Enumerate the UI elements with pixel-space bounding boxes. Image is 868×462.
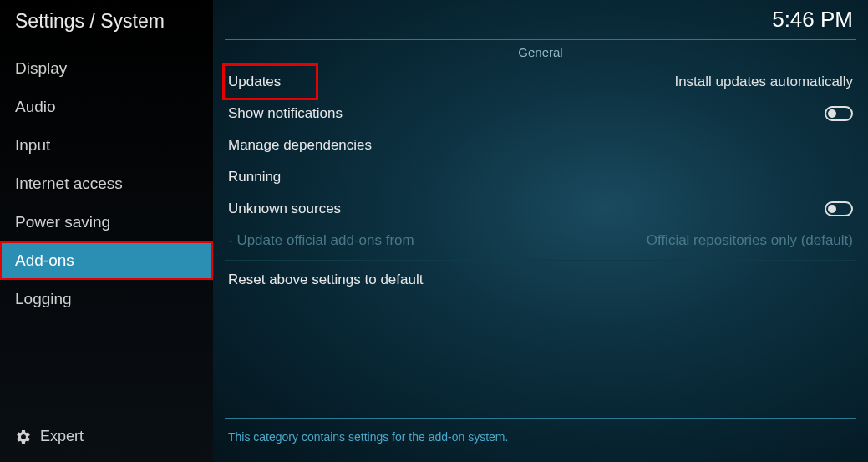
main-panel: 5:46 PM General Updates Install updates … xyxy=(213,0,868,462)
section-header: General xyxy=(225,42,856,66)
sidebar-item-input[interactable]: Input xyxy=(0,126,213,165)
setting-updates[interactable]: Updates Install updates automatically xyxy=(225,66,856,98)
setting-label: Unknown sources xyxy=(228,201,341,217)
header: 5:46 PM xyxy=(213,0,868,33)
clock: 5:46 PM xyxy=(772,7,853,33)
setting-label: Updates xyxy=(228,74,281,90)
setting-manage-dependencies[interactable]: Manage dependencies xyxy=(225,129,856,161)
sidebar-item-internet-access[interactable]: Internet access xyxy=(0,165,213,203)
section-rule xyxy=(225,39,856,40)
setting-value: Install updates automatically xyxy=(674,74,853,90)
page-title: Settings / System xyxy=(0,0,213,49)
gear-icon xyxy=(15,429,32,445)
setting-label: Manage dependencies xyxy=(228,137,372,154)
sidebar-item-addons[interactable]: Add-ons xyxy=(0,241,213,280)
toggle-off[interactable] xyxy=(825,106,853,121)
category-description: This category contains settings for the … xyxy=(225,419,856,462)
sidebar-item-power-saving[interactable]: Power saving xyxy=(0,203,213,241)
setting-running[interactable]: Running xyxy=(225,161,856,193)
setting-label: - Update official add-ons from xyxy=(228,232,414,249)
setting-label: Running xyxy=(228,169,281,185)
setting-show-notifications[interactable]: Show notifications xyxy=(225,98,856,129)
settings-level-label: Expert xyxy=(40,428,84,445)
setting-reset-defaults[interactable]: Reset above settings to default xyxy=(225,264,856,296)
sidebar-item-audio[interactable]: Audio xyxy=(0,88,213,126)
sidebar: Settings / System Display Audio Input In… xyxy=(0,0,213,462)
settings-level-selector[interactable]: Expert xyxy=(0,416,213,462)
sidebar-items: Display Audio Input Internet access Powe… xyxy=(0,49,213,416)
settings-content: General Updates Install updates automati… xyxy=(213,33,868,462)
setting-label: Show notifications xyxy=(228,105,343,122)
divider xyxy=(225,260,856,261)
sidebar-item-display[interactable]: Display xyxy=(0,49,213,88)
toggle-off[interactable] xyxy=(825,201,853,216)
setting-unknown-sources[interactable]: Unknown sources xyxy=(225,193,856,225)
setting-update-official-addons: - Update official add-ons from Official … xyxy=(225,225,856,256)
sidebar-item-logging[interactable]: Logging xyxy=(0,280,213,318)
setting-value: Official repositories only (default) xyxy=(647,232,853,249)
setting-label: Reset above settings to default xyxy=(228,272,423,288)
